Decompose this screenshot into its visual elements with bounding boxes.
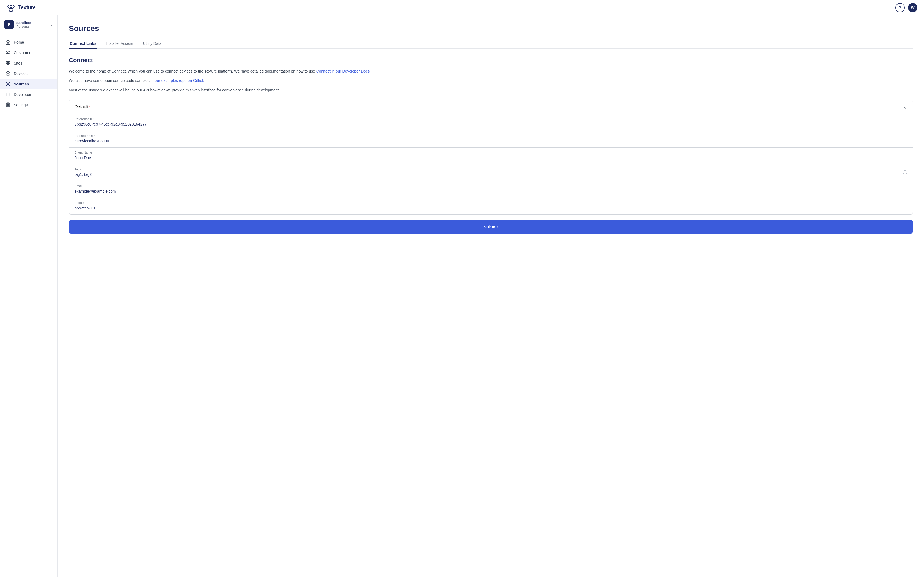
- sources-icon: [5, 82, 10, 87]
- developer-icon: [5, 92, 10, 97]
- phone-input[interactable]: [74, 206, 907, 210]
- description-3: Most of the usage we expect will be via …: [69, 87, 913, 93]
- connect-form: Default* ⌄ Reference ID* Redirect URL* C…: [69, 100, 913, 214]
- header-right: ? W: [895, 3, 918, 12]
- section-title: Connect: [69, 56, 913, 64]
- tab-utility-data[interactable]: Utility Data: [142, 39, 163, 49]
- description-2: We also have some open source code sampl…: [69, 77, 913, 84]
- workspace-type: Personal: [16, 25, 47, 29]
- page-title: Sources: [69, 24, 913, 33]
- main-content: Sources Connect Links Installer Access U…: [58, 15, 924, 577]
- phone-field: Phone: [69, 198, 913, 214]
- tags-field: Tags ⓘ: [69, 164, 913, 181]
- svg-rect-4: [6, 64, 7, 65]
- client-name-input[interactable]: [74, 156, 907, 160]
- redirect-url-label: Redirect URL*: [74, 134, 907, 137]
- svg-rect-2: [8, 61, 10, 63]
- email-field: Email: [69, 181, 913, 198]
- svg-rect-1: [6, 61, 7, 63]
- devices-icon: [5, 71, 10, 76]
- svg-rect-3: [8, 64, 10, 65]
- home-icon: [5, 40, 10, 45]
- sidebar-item-settings-label: Settings: [14, 103, 28, 107]
- settings-icon: [5, 103, 10, 108]
- app-body: P sandbox Personal ⌄ Home: [0, 15, 924, 577]
- top-header: Texture ? W: [0, 0, 924, 15]
- developer-docs-link[interactable]: Connect in our Developer Docs.: [316, 69, 371, 73]
- submit-button[interactable]: Submit: [69, 220, 913, 234]
- tags-input[interactable]: [74, 172, 907, 177]
- reference-id-label: Reference ID*: [74, 117, 907, 121]
- description-2-text: We also have some open source code sampl…: [69, 78, 155, 83]
- github-examples-link[interactable]: our examples repo on Github: [155, 78, 205, 83]
- reference-id-field: Reference ID*: [69, 114, 913, 131]
- sidebar-item-customers-label: Customers: [14, 50, 32, 55]
- description-1-text: Welcome to the home of Connect, which yo…: [69, 69, 316, 73]
- reference-id-input[interactable]: [74, 122, 907, 126]
- sidebar-item-sources[interactable]: Sources: [0, 79, 58, 89]
- client-name-label: Client Name: [74, 151, 907, 154]
- svg-point-0: [6, 51, 8, 53]
- sidebar-item-sites[interactable]: Sites: [0, 58, 58, 68]
- sidebar-item-devices[interactable]: Devices: [0, 68, 58, 79]
- dropdown-chevron-icon: ⌄: [903, 104, 907, 110]
- user-avatar[interactable]: W: [908, 3, 918, 12]
- sidebar-item-home-label: Home: [14, 40, 24, 45]
- svg-point-7: [7, 105, 9, 106]
- phone-label: Phone: [74, 201, 907, 205]
- redirect-url-field: Redirect URL*: [69, 131, 913, 148]
- sidebar-nav: Home Customers Sites: [0, 34, 58, 113]
- workspace-icon: P: [5, 20, 14, 29]
- sidebar-item-customers[interactable]: Customers: [0, 48, 58, 58]
- logo-icon: [6, 3, 15, 12]
- dropdown-label: Default*: [74, 105, 90, 110]
- client-name-field: Client Name: [69, 148, 913, 164]
- sidebar: P sandbox Personal ⌄ Home: [0, 15, 58, 577]
- tags-label: Tags: [74, 168, 907, 171]
- tab-installer-access[interactable]: Installer Access: [105, 39, 134, 49]
- default-dropdown[interactable]: Default* ⌄: [69, 100, 913, 114]
- customers-icon: [5, 50, 10, 55]
- sidebar-item-developer[interactable]: Developer: [0, 89, 58, 100]
- svg-point-6: [7, 84, 9, 85]
- sidebar-item-settings[interactable]: Settings: [0, 100, 58, 110]
- tab-connect-links[interactable]: Connect Links: [69, 39, 97, 49]
- sidebar-item-developer-label: Developer: [14, 92, 31, 97]
- workspace-name: sandbox: [16, 21, 47, 25]
- email-label: Email: [74, 184, 907, 188]
- tags-info-icon[interactable]: ⓘ: [903, 170, 907, 176]
- logo: Texture: [6, 3, 36, 12]
- workspace-info: sandbox Personal: [16, 21, 47, 29]
- workspace-chevron-icon: ⌄: [50, 22, 53, 27]
- help-button[interactable]: ?: [895, 3, 905, 12]
- sites-icon: [5, 61, 10, 66]
- redirect-url-input[interactable]: [74, 139, 907, 143]
- sidebar-item-devices-label: Devices: [14, 71, 27, 76]
- workspace-selector[interactable]: P sandbox Personal ⌄: [0, 15, 58, 34]
- tabs-bar: Connect Links Installer Access Utility D…: [69, 39, 913, 49]
- sidebar-item-sites-label: Sites: [14, 61, 22, 65]
- logo-text: Texture: [18, 5, 36, 10]
- description-1: Welcome to the home of Connect, which yo…: [69, 68, 913, 74]
- email-input[interactable]: [74, 189, 907, 193]
- sidebar-item-home[interactable]: Home: [0, 37, 58, 48]
- sidebar-item-sources-label: Sources: [14, 82, 29, 86]
